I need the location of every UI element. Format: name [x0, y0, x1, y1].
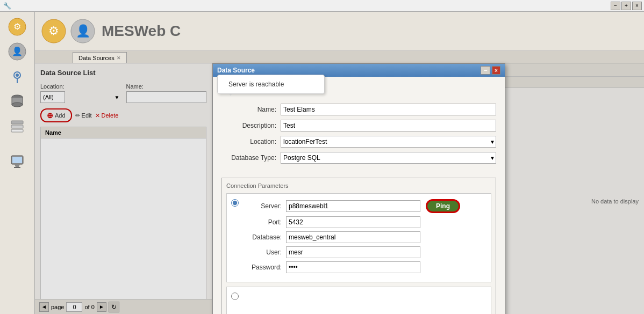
- sidebar-item-location[interactable]: [6, 65, 28, 87]
- server-row: Server: Ping: [243, 199, 485, 213]
- name-form-row: Name:: [221, 104, 496, 115]
- app-logo-person: 👤: [69, 18, 96, 45]
- location-select-container: locationFerTest ▼: [281, 136, 496, 148]
- sidebar-item-layers[interactable]: [6, 115, 28, 136]
- svg-marker-15: [15, 164, 20, 167]
- port-row: Port:: [243, 216, 485, 228]
- server-label: Server:: [243, 202, 286, 210]
- modal-close-btn[interactable]: ×: [492, 66, 500, 75]
- svg-text:⚙: ⚙: [13, 22, 21, 31]
- modal-overlay: Data Source − × Server is reachable: [35, 63, 644, 314]
- titlebar-maximize-btn[interactable]: +: [621, 2, 631, 10]
- description-form-label: Description:: [221, 122, 281, 129]
- svg-rect-10: [11, 121, 23, 124]
- tab-bar: Data Sources ✕: [35, 50, 644, 63]
- sidebar-item-gear[interactable]: ⚙: [6, 16, 28, 38]
- description-form-row: Description:: [221, 120, 496, 132]
- server-input[interactable]: [286, 200, 420, 212]
- secondary-radio[interactable]: [231, 293, 239, 300]
- svg-rect-16: [14, 167, 20, 168]
- sidebar-item-database[interactable]: [6, 90, 28, 112]
- database-type-form-row: Database Type: Postgre SQL ▼: [221, 152, 496, 164]
- connection-parameters-section: Connection Parameters Server: Ping: [221, 178, 496, 314]
- database-label: Database:: [243, 233, 286, 241]
- password-row: Password:: [243, 261, 485, 273]
- name-form-label: Name:: [221, 106, 281, 113]
- port-label: Port:: [243, 218, 286, 226]
- connection-block-secondary: [226, 287, 491, 314]
- connection-fields: Server: Ping Port: Dat: [243, 199, 485, 273]
- database-type-select-container: Postgre SQL ▼: [281, 152, 496, 164]
- titlebar-minimize-btn[interactable]: −: [611, 2, 620, 10]
- primary-radio[interactable]: [231, 199, 239, 207]
- ping-button[interactable]: Ping: [426, 199, 460, 213]
- connection-block-primary: Server: Ping Port: Dat: [226, 193, 491, 282]
- location-form-label: Location:: [221, 138, 281, 145]
- svg-rect-14: [12, 157, 22, 163]
- database-row: Database:: [243, 231, 485, 243]
- modal-title: Data Source: [217, 67, 255, 74]
- title-bar: 🔧 − + ×: [0, 0, 644, 12]
- user-input[interactable]: [286, 246, 420, 258]
- sidebar: ⚙ 👤: [0, 12, 35, 314]
- modal-scroll-area[interactable]: Name: Description: Location:: [213, 77, 505, 314]
- location-form-row: Location: locationFerTest ▼: [221, 136, 496, 148]
- app-logo: ⚙: [40, 18, 67, 45]
- connection-section-title: Connection Parameters: [226, 182, 491, 189]
- description-form-input[interactable]: [281, 120, 496, 132]
- tab-close-btn[interactable]: ✕: [117, 55, 121, 61]
- database-input[interactable]: [286, 231, 420, 243]
- panel-area: Data Source List Location: (All) ▼ Name:: [35, 63, 644, 314]
- titlebar-close-btn[interactable]: ×: [632, 2, 642, 10]
- database-type-label: Database Type:: [221, 154, 281, 162]
- tab-label: Data Sources: [78, 55, 115, 61]
- server-reachable-tooltip: Server is reachable: [217, 75, 325, 94]
- sidebar-item-device[interactable]: [6, 150, 28, 172]
- password-input[interactable]: [286, 261, 420, 273]
- name-form-input[interactable]: [281, 104, 496, 115]
- svg-text:👤: 👤: [76, 24, 91, 38]
- app-header: ⚙ 👤 MESWeb C: [35, 12, 644, 50]
- tab-data-sources[interactable]: Data Sources ✕: [73, 52, 127, 63]
- svg-rect-11: [11, 125, 23, 128]
- sidebar-item-person[interactable]: 👤: [6, 41, 28, 62]
- tooltip-text: Server is reachable: [228, 81, 284, 88]
- svg-point-9: [12, 103, 23, 107]
- user-label: User:: [243, 249, 286, 256]
- modal-minimize-btn[interactable]: −: [481, 66, 490, 75]
- svg-text:👤: 👤: [12, 46, 23, 56]
- svg-rect-12: [11, 129, 23, 132]
- user-row: User:: [243, 246, 485, 258]
- svg-point-6: [16, 74, 19, 77]
- modal-dialog: Data Source − × Server is reachable: [212, 63, 505, 314]
- port-input[interactable]: [286, 216, 420, 228]
- database-type-select[interactable]: Postgre SQL: [281, 152, 496, 164]
- title-bar-icon: 🔧: [0, 2, 11, 10]
- password-label: Password:: [243, 264, 286, 271]
- svg-text:⚙: ⚙: [48, 24, 59, 38]
- app-title: MESWeb C: [102, 23, 181, 40]
- location-form-select[interactable]: locationFerTest: [281, 136, 496, 148]
